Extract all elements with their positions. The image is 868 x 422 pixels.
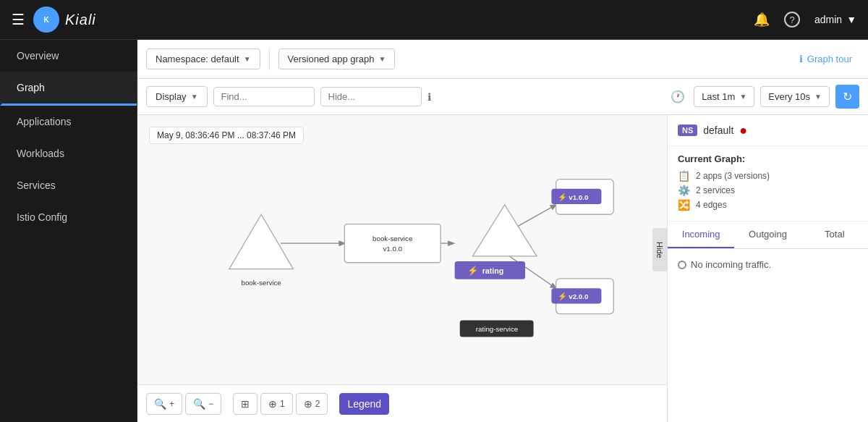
find-info-icon[interactable]: ℹ xyxy=(427,91,431,103)
graph-svg: book-service book-service v1.0.0 ⚡ ratin… xyxy=(137,115,667,384)
help-icon[interactable]: ? xyxy=(784,12,800,28)
user-menu[interactable]: admin ▼ xyxy=(814,14,856,25)
graph-type-dropdown[interactable]: Versioned app graph ▼ xyxy=(278,48,396,69)
book-service-box[interactable] xyxy=(344,224,441,263)
traffic-content: No incoming traffic. xyxy=(668,249,868,280)
interval-arrow: ▼ xyxy=(814,93,822,101)
main-layout: Overview Graph Applications Workloads Se… xyxy=(0,40,868,422)
fit-icon: ⊞ xyxy=(241,398,250,410)
v200-bolt: ⚡ xyxy=(558,292,568,301)
time-range-label: Last 1m xyxy=(702,91,735,102)
notification-icon[interactable]: 🔔 xyxy=(754,12,770,28)
edges-icon: 🔀 xyxy=(678,199,690,211)
graph-tour-label: Graph tour xyxy=(807,54,852,64)
graph-canvas[interactable]: May 9, 08:36:46 PM ... 08:37:46 PM xyxy=(137,115,667,422)
namespace-label: Namespace: default xyxy=(156,54,239,64)
sidebar: Overview Graph Applications Workloads Se… xyxy=(0,40,137,422)
fit-edges-icon: ⊕ xyxy=(304,398,312,410)
graph-tour-button[interactable]: ℹ Graph tour xyxy=(792,49,859,69)
time-range-arrow: ▼ xyxy=(739,93,746,101)
content-area: Namespace: default ▼ Versioned app graph… xyxy=(137,40,868,422)
username: admin xyxy=(814,14,842,25)
error-indicator: ● xyxy=(739,124,747,137)
fit-nodes-icon: ⊕ xyxy=(268,398,277,410)
nav-icons: 🔔 ? admin ▼ xyxy=(754,12,856,28)
legend-button[interactable]: Legend xyxy=(339,393,389,415)
stat-services: ⚙️ 2 services xyxy=(678,185,858,196)
zoom-in-button[interactable]: 🔍 + xyxy=(146,393,182,415)
stat-apps: 📋 2 apps (3 versions) xyxy=(678,170,858,182)
graph-bottom-toolbar: 🔍 + 🔍 − ⊞ ⊕ 1 ⊕ xyxy=(137,384,667,422)
ns-name: default xyxy=(703,125,733,136)
rating-triangle-node[interactable] xyxy=(472,205,537,256)
sidebar-item-applications[interactable]: Applications xyxy=(0,106,137,138)
hamburger-menu[interactable]: ☰ xyxy=(12,11,25,28)
fit-nodes-button[interactable]: ⊕ 1 xyxy=(260,393,293,415)
secondary-toolbar: Display ▼ ℹ 🕐 Last 1m ▼ Every 10s ▼ ↻ xyxy=(137,79,868,115)
display-dropdown[interactable]: Display ▼ xyxy=(146,86,208,107)
hide-input[interactable] xyxy=(320,87,422,106)
display-arrow: ▼ xyxy=(191,93,198,101)
main-toolbar: Namespace: default ▼ Versioned app graph… xyxy=(137,40,868,79)
apps-text: 2 apps (3 versions) xyxy=(696,171,770,181)
fit-edges-button[interactable]: ⊕ 2 xyxy=(296,393,328,415)
namespace-dropdown[interactable]: Namespace: default ▼ xyxy=(146,48,260,69)
fit-2-label: 2 xyxy=(315,399,320,409)
zoom-in-icon: 🔍 xyxy=(154,398,166,410)
legend-label: Legend xyxy=(347,398,381,410)
rating-service-tooltip-text: rating-service xyxy=(476,325,518,333)
stat-edges: 🔀 4 edges xyxy=(678,199,858,211)
tab-incoming[interactable]: Incoming xyxy=(668,221,734,248)
refresh-button[interactable]: ↻ xyxy=(835,85,859,109)
zoom-in-plus: + xyxy=(169,399,174,409)
top-navbar: ☰ K Kiali 🔔 ? admin ▼ xyxy=(0,0,868,40)
logo-icon: K xyxy=(33,7,59,33)
svg-text:K: K xyxy=(43,16,49,24)
services-icon: ⚙️ xyxy=(678,185,690,196)
sidebar-item-workloads[interactable]: Workloads xyxy=(0,138,137,169)
graph-type-arrow: ▼ xyxy=(379,55,386,63)
sidebar-item-services[interactable]: Services xyxy=(0,169,137,201)
hide-right-panel-button[interactable]: Hide xyxy=(652,228,667,271)
v200-text: v2.0.0 xyxy=(569,292,589,300)
graph-tour-icon: ℹ xyxy=(799,54,803,64)
services-text: 2 services xyxy=(696,185,735,195)
ns-badge: NS xyxy=(678,125,697,136)
app-logo: K Kiali xyxy=(33,7,96,33)
refresh-icon: ↻ xyxy=(843,90,852,104)
display-label: Display xyxy=(156,91,187,102)
tab-outgoing[interactable]: Outgoing xyxy=(734,221,801,248)
graph-type-label: Versioned app graph xyxy=(288,54,375,64)
right-panel: NS default ● Current Graph: 📋 2 apps (3 … xyxy=(667,115,868,422)
interval-label: Every 10s xyxy=(768,91,810,102)
v100-bolt: ⚡ xyxy=(558,193,568,202)
book-service-box-label1: book-service xyxy=(373,235,412,242)
book-service-triangle-label: book-service xyxy=(242,279,281,287)
book-service-box-label2: v1.0.0 xyxy=(383,245,402,253)
book-service-triangle-node[interactable] xyxy=(229,214,294,269)
zoom-out-icon: 🔍 xyxy=(193,398,205,410)
tab-total[interactable]: Total xyxy=(801,221,868,248)
namespace-arrow: ▼ xyxy=(244,55,251,63)
zoom-out-button[interactable]: 🔍 − xyxy=(185,393,221,415)
apps-icon: 📋 xyxy=(678,170,690,182)
sidebar-item-overview[interactable]: Overview xyxy=(0,40,137,72)
fit-graph-button[interactable]: ⊞ xyxy=(233,393,258,415)
rating-bolt-icon: ⚡ xyxy=(467,265,479,277)
sidebar-item-graph[interactable]: Graph xyxy=(0,72,137,106)
edges-text: 4 edges xyxy=(696,200,727,210)
time-range-dropdown[interactable]: Last 1m ▼ xyxy=(694,86,754,107)
zoom-out-minus: − xyxy=(208,399,213,409)
v100-text: v1.0.0 xyxy=(569,193,589,201)
toolbar-sep1 xyxy=(269,48,270,70)
no-traffic-text: No incoming traffic. xyxy=(691,259,771,270)
current-graph-title: Current Graph: xyxy=(678,153,858,164)
current-graph-section: Current Graph: 📋 2 apps (3 versions) ⚙️ … xyxy=(668,146,868,221)
no-traffic-icon xyxy=(678,261,686,269)
sidebar-item-istio-config[interactable]: Istio Config xyxy=(0,201,137,233)
user-dropdown-arrow: ▼ xyxy=(846,14,856,25)
find-input[interactable] xyxy=(213,87,315,106)
history-icon: 🕐 xyxy=(671,90,685,104)
interval-dropdown[interactable]: Every 10s ▼ xyxy=(760,86,830,107)
fit-1-label: 1 xyxy=(280,399,285,409)
